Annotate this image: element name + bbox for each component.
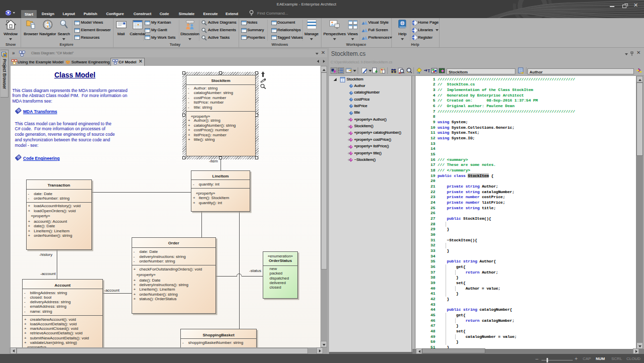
svg-text:T: T bbox=[427, 68, 430, 73]
